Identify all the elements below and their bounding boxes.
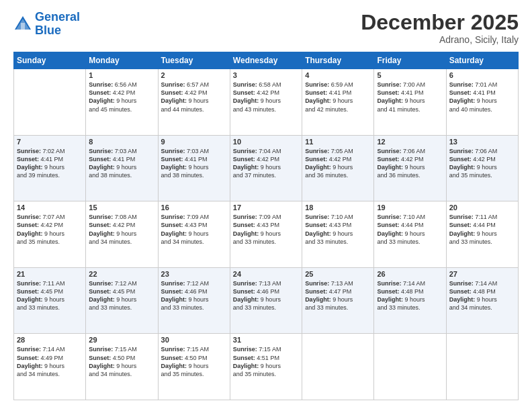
info-line: Daylight: 9 hours (89, 97, 154, 105)
info-line: Sunrise: 7:09 AM (161, 213, 227, 221)
cell-info: Sunrise: 7:09 AMSunset: 4:43 PMDaylight:… (161, 213, 227, 246)
info-line: Sunrise: 7:12 AM (161, 279, 227, 287)
info-line: Daylight: 9 hours (89, 230, 154, 238)
info-line: Sunset: 4:43 PM (161, 221, 227, 229)
info-line: Sunrise: 7:14 AM (17, 345, 83, 353)
info-line: Sunset: 4:42 PM (377, 155, 443, 163)
info-line: and 33 minutes. (377, 238, 443, 246)
info-line: Sunrise: 7:14 AM (377, 279, 443, 287)
table-row: 30Sunrise: 7:15 AMSunset: 4:50 PMDayligh… (158, 334, 230, 400)
info-line: and 33 minutes. (233, 238, 299, 246)
info-line: Sunset: 4:45 PM (89, 287, 154, 295)
day-number: 7 (17, 138, 83, 146)
info-line: Sunset: 4:42 PM (89, 221, 154, 229)
table-row: 18Sunrise: 7:10 AMSunset: 4:43 PMDayligh… (302, 201, 374, 268)
day-number: 17 (233, 203, 299, 212)
info-line: Daylight: 9 hours (161, 230, 227, 238)
location-title: Adrano, Sicily, Italy (361, 34, 519, 45)
table-row: 22Sunrise: 7:12 AMSunset: 4:45 PMDayligh… (86, 267, 158, 334)
col-sunday: Sunday (14, 52, 86, 69)
info-line: Sunrise: 7:14 AM (449, 279, 515, 287)
cell-info: Sunrise: 7:06 AMSunset: 4:42 PMDaylight:… (449, 147, 515, 180)
info-line: Sunrise: 7:04 AM (233, 147, 299, 155)
table-row: 9Sunrise: 7:03 AMSunset: 4:41 PMDaylight… (158, 135, 230, 201)
info-line: Daylight: 9 hours (17, 362, 83, 370)
info-line: and 44 minutes. (161, 105, 227, 113)
info-line: Sunset: 4:42 PM (17, 221, 83, 229)
info-line: Sunrise: 7:15 AM (161, 345, 227, 353)
info-line: Daylight: 9 hours (89, 362, 154, 370)
info-line: Daylight: 9 hours (233, 163, 299, 171)
calendar-week-row: 7Sunrise: 7:02 AMSunset: 4:41 PMDaylight… (14, 135, 519, 201)
cell-info: Sunrise: 6:58 AMSunset: 4:42 PMDaylight:… (233, 81, 299, 113)
info-line: and 36 minutes. (305, 171, 371, 179)
cell-info: Sunrise: 7:01 AMSunset: 4:41 PMDaylight:… (449, 81, 515, 113)
info-line: Sunset: 4:41 PM (89, 155, 154, 163)
cell-info: Sunrise: 7:10 AMSunset: 4:43 PMDaylight:… (305, 213, 371, 246)
table-row (14, 69, 86, 136)
calendar-table: Sunday Monday Tuesday Wednesday Thursday… (13, 52, 519, 400)
table-row: 21Sunrise: 7:11 AMSunset: 4:45 PMDayligh… (14, 267, 86, 334)
info-line: Sunrise: 6:59 AM (305, 81, 371, 89)
cell-info: Sunrise: 7:15 AMSunset: 4:51 PMDaylight:… (233, 345, 299, 378)
table-row: 20Sunrise: 7:11 AMSunset: 4:44 PMDayligh… (446, 201, 518, 268)
cell-info: Sunrise: 7:12 AMSunset: 4:45 PMDaylight:… (89, 279, 154, 312)
info-line: and 33 minutes. (305, 304, 371, 312)
logo: General Blue (13, 11, 80, 38)
day-number: 1 (89, 71, 154, 79)
info-line: and 41 minutes. (377, 105, 443, 113)
info-line: and 45 minutes. (89, 105, 154, 113)
info-line: Sunset: 4:41 PM (449, 89, 515, 97)
info-line: Sunrise: 7:05 AM (305, 147, 371, 155)
info-line: Sunrise: 7:15 AM (89, 345, 154, 353)
cell-info: Sunrise: 7:11 AMSunset: 4:45 PMDaylight:… (17, 279, 83, 312)
info-line: Sunrise: 7:12 AM (89, 279, 154, 287)
info-line: Sunrise: 7:09 AM (233, 213, 299, 221)
table-row: 10Sunrise: 7:04 AMSunset: 4:42 PMDayligh… (230, 135, 302, 201)
info-line: Sunset: 4:45 PM (17, 287, 83, 295)
info-line: and 34 minutes. (17, 370, 83, 378)
info-line: Sunrise: 6:56 AM (89, 81, 154, 89)
info-line: and 34 minutes. (161, 238, 227, 246)
info-line: Sunset: 4:42 PM (449, 155, 515, 163)
calendar-week-row: 21Sunrise: 7:11 AMSunset: 4:45 PMDayligh… (14, 267, 519, 334)
table-row: 28Sunrise: 7:14 AMSunset: 4:49 PMDayligh… (14, 334, 86, 400)
info-line: Daylight: 9 hours (233, 97, 299, 105)
info-line: Sunrise: 7:06 AM (449, 147, 515, 155)
col-friday: Friday (374, 52, 446, 69)
info-line: Daylight: 9 hours (305, 295, 371, 304)
col-thursday: Thursday (302, 52, 374, 69)
cell-info: Sunrise: 6:59 AMSunset: 4:41 PMDaylight:… (305, 81, 371, 113)
cell-info: Sunrise: 6:56 AMSunset: 4:42 PMDaylight:… (89, 81, 154, 113)
info-line: Sunset: 4:42 PM (161, 89, 227, 97)
info-line: Daylight: 9 hours (161, 295, 227, 304)
info-line: Daylight: 9 hours (161, 163, 227, 171)
day-number: 11 (305, 138, 371, 146)
info-line: Sunrise: 7:13 AM (305, 279, 371, 287)
day-number: 16 (161, 203, 227, 212)
svg-rect-2 (21, 23, 25, 30)
info-line: and 39 minutes. (17, 171, 83, 179)
table-row: 5Sunrise: 7:00 AMSunset: 4:41 PMDaylight… (374, 69, 446, 136)
table-row (446, 334, 518, 400)
day-number: 13 (449, 138, 515, 146)
day-number: 23 (161, 270, 227, 278)
table-row: 26Sunrise: 7:14 AMSunset: 4:48 PMDayligh… (374, 267, 446, 334)
cell-info: Sunrise: 7:14 AMSunset: 4:48 PMDaylight:… (377, 279, 443, 312)
cell-info: Sunrise: 7:14 AMSunset: 4:49 PMDaylight:… (17, 345, 83, 378)
info-line: Daylight: 9 hours (305, 97, 371, 105)
info-line: Sunset: 4:41 PM (305, 89, 371, 97)
cell-info: Sunrise: 7:14 AMSunset: 4:48 PMDaylight:… (449, 279, 515, 312)
table-row: 19Sunrise: 7:10 AMSunset: 4:44 PMDayligh… (374, 201, 446, 268)
info-line: and 33 minutes. (89, 304, 154, 312)
day-number: 2 (161, 71, 227, 79)
day-number: 15 (89, 203, 154, 212)
info-line: Sunrise: 6:57 AM (161, 81, 227, 89)
info-line: and 35 minutes. (161, 370, 227, 378)
table-row: 16Sunrise: 7:09 AMSunset: 4:43 PMDayligh… (158, 201, 230, 268)
info-line: Daylight: 9 hours (233, 295, 299, 304)
info-line: Daylight: 9 hours (17, 163, 83, 171)
table-row: 29Sunrise: 7:15 AMSunset: 4:50 PMDayligh… (86, 334, 158, 400)
info-line: Daylight: 9 hours (305, 230, 371, 238)
table-row: 23Sunrise: 7:12 AMSunset: 4:46 PMDayligh… (158, 267, 230, 334)
